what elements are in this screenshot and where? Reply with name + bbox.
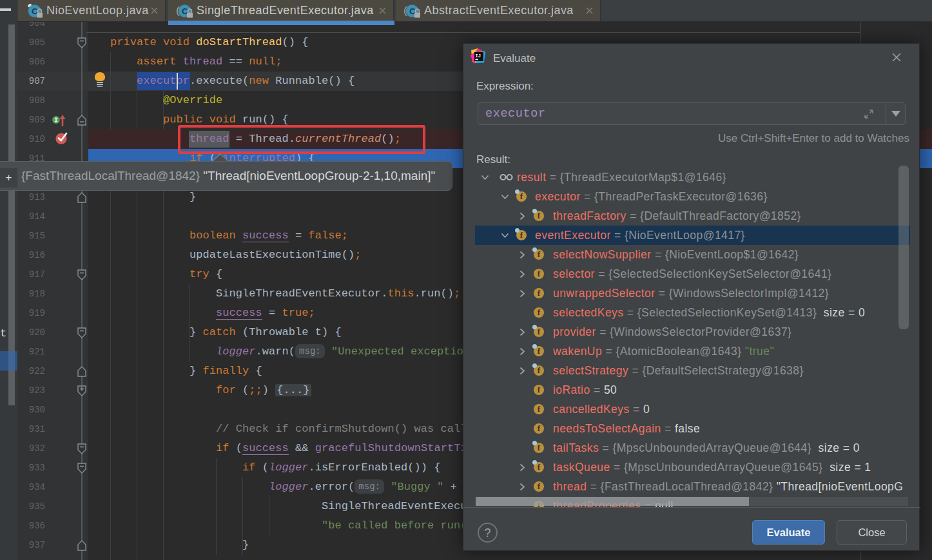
svg-text:IJ: IJ	[476, 53, 481, 59]
